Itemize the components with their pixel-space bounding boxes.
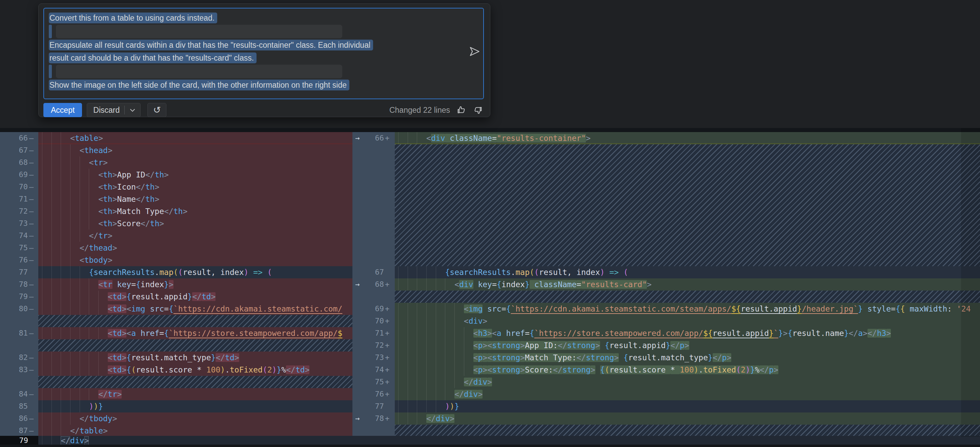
change-arrow-icon xyxy=(352,339,364,352)
deleted-code-line[interactable]: <th>App ID</th> xyxy=(38,169,352,181)
code-token: h3 xyxy=(478,329,487,338)
line-number-cell: 69— xyxy=(0,169,38,181)
added-code-line[interactable]: <div> xyxy=(395,315,980,327)
code-token: = xyxy=(525,329,530,338)
added-code-line[interactable]: </div> xyxy=(395,376,980,388)
send-icon[interactable] xyxy=(468,45,481,59)
code-token: { xyxy=(126,353,131,362)
code-token: `https://cdn.akamai.steamstatic.com/ xyxy=(173,304,343,313)
added-code-line[interactable]: <p><strong>Score:</strong> {(result.scor… xyxy=(395,364,980,376)
code-token: = xyxy=(501,304,506,313)
code-token: table xyxy=(80,426,103,435)
code-token: ${ xyxy=(731,304,741,313)
deleted-code-line[interactable]: <tbody> xyxy=(38,254,352,266)
added-code-line[interactable]: <div className="results-container"> xyxy=(395,132,980,144)
code-token: > xyxy=(154,195,159,203)
indent-guides xyxy=(398,132,426,144)
prompt-line: Show the image on the left side of the c… xyxy=(49,79,479,92)
added-code-line[interactable]: <p><strong>App ID:</strong> {result.appi… xyxy=(395,339,980,352)
code-token: tbody xyxy=(84,256,108,265)
prompt-input[interactable]: Convert this from a table to using cards… xyxy=(43,8,484,99)
code-token: th xyxy=(150,219,160,228)
thumbs-down-icon[interactable] xyxy=(473,105,484,115)
discard-button[interactable]: Discard xyxy=(87,103,141,117)
indent-guides xyxy=(398,339,473,352)
indent-guides xyxy=(42,425,70,437)
deleted-code-line[interactable]: <thead> xyxy=(38,144,352,157)
code-token: { xyxy=(605,341,609,350)
code-token: strong xyxy=(492,341,520,350)
line-number-cell: 75— xyxy=(0,242,38,254)
change-arrow-icon: → xyxy=(352,278,364,290)
inline-edit-dialog: Convert this from a table to using cards… xyxy=(38,3,490,117)
current-line-row[interactable]: 79 </div> xyxy=(0,437,980,444)
added-code-pane[interactable]: <div className="results-container">{sear… xyxy=(395,132,980,437)
context-code-line[interactable]: ))} xyxy=(395,400,980,412)
current-line-code[interactable]: </div> xyxy=(38,436,980,445)
added-code-line[interactable]: <p><strong>Match Type:</strong> {result.… xyxy=(395,352,980,364)
deleted-code-line[interactable]: <tr> xyxy=(38,157,352,169)
deleted-code-line[interactable]: <td><a href={`https://store.steampowered… xyxy=(38,327,352,339)
code-token: > xyxy=(211,292,216,301)
selection-sliver xyxy=(49,25,52,38)
code-token: } xyxy=(665,341,670,350)
added-code-line[interactable]: <h3><a href={`https://store.steampowered… xyxy=(395,327,980,339)
deleted-code-line[interactable]: </thead> xyxy=(38,242,352,254)
code-token: td xyxy=(113,329,122,338)
code-token: => xyxy=(248,268,267,277)
deleted-code-line[interactable]: </tbody> xyxy=(38,412,352,425)
code-token: </ xyxy=(145,170,155,179)
context-code-line[interactable]: {searchResults.map((result, index) => ( xyxy=(395,266,980,278)
deleted-code-line[interactable]: <th>Score</th> xyxy=(38,217,352,230)
selection-sliver xyxy=(49,65,52,78)
line-number-cell: 73— xyxy=(0,217,38,230)
deleted-code-line[interactable]: <th>Icon</th> xyxy=(38,181,352,193)
line-number-cell: 72— xyxy=(0,205,38,217)
deleted-code-line[interactable]: <td>{result.appid}</td> xyxy=(38,290,352,303)
added-code-line[interactable]: <img src={`https://cdn.akamai.steamstati… xyxy=(395,303,980,315)
code-token: ) xyxy=(243,268,248,277)
deleted-code-line[interactable]: <th>Match Type</th> xyxy=(38,205,352,217)
line-number-cell: 68— xyxy=(0,157,38,169)
code-token: result, index xyxy=(183,268,243,277)
retry-icon[interactable]: ↺ xyxy=(147,103,166,117)
code-token: result.name xyxy=(792,329,844,338)
code-token: result.score xyxy=(136,365,197,374)
deleted-code-line[interactable]: </tr> xyxy=(38,388,352,400)
deleted-code-line[interactable]: <tr key={index}> xyxy=(38,278,352,290)
indent-guides xyxy=(42,388,98,400)
deleted-code-line[interactable]: <td>{result.match_type}</td> xyxy=(38,352,352,364)
deleted-code-pane[interactable]: <table><thead><tr><th>App ID</th><th>Ico… xyxy=(38,132,352,437)
deleted-code-line[interactable]: <table> xyxy=(38,132,352,144)
code-token: strong xyxy=(492,365,520,374)
old-line-number-gutter: 66—67—68—69—70—71—72—73—74—75—76—7778—79… xyxy=(0,132,38,437)
deleted-code-line[interactable]: </table> xyxy=(38,425,352,437)
deleted-code-line[interactable]: <td>{(result.score * 100).toFixed(2)}%</… xyxy=(38,364,352,376)
code-token: < xyxy=(126,329,131,338)
code-token: p xyxy=(478,365,482,374)
indent-guides xyxy=(42,193,98,205)
context-code-line[interactable]: ))} xyxy=(38,400,352,412)
code-token: < xyxy=(98,207,103,216)
change-arrow-icon: → xyxy=(352,132,364,144)
chevron-down-icon[interactable] xyxy=(128,106,140,114)
deleted-code-line[interactable]: <td><img src={`https://cdn.akamai.steams… xyxy=(38,303,352,315)
deleted-code-line[interactable]: <th>Name</th> xyxy=(38,193,352,205)
added-code-line[interactable]: </div> xyxy=(395,388,980,400)
code-token: ` xyxy=(774,329,778,338)
accept-button[interactable]: Accept xyxy=(43,103,82,117)
code-token: } xyxy=(858,304,863,313)
code-token: result.match_type xyxy=(628,353,708,362)
context-code-line[interactable]: {searchResults.map((result, index) => ( xyxy=(38,266,352,278)
code-token: % xyxy=(755,365,760,374)
code-token: > xyxy=(113,207,117,216)
deleted-code-line[interactable]: </tr> xyxy=(38,230,352,242)
code-token: 2 xyxy=(267,365,272,374)
added-code-line[interactable]: <div key={index} className="results-card… xyxy=(395,278,980,290)
added-code-line[interactable]: </div> xyxy=(395,412,980,425)
code-token: > xyxy=(117,390,122,399)
code-token: = xyxy=(164,304,169,313)
indent-guides xyxy=(42,412,80,425)
indent-guides xyxy=(42,181,98,193)
thumbs-up-icon[interactable] xyxy=(455,105,467,115)
